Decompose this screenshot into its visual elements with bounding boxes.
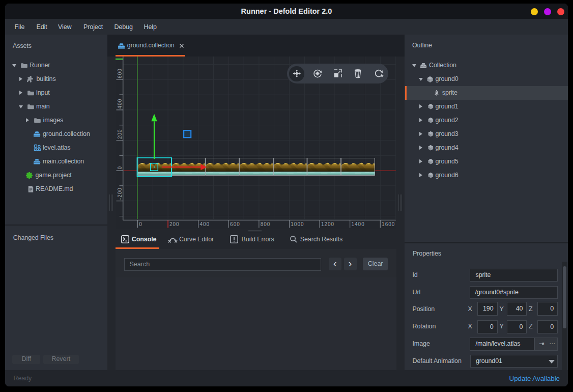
svg-text:200: 200 [169,221,180,227]
svg-text:1400: 1400 [352,221,365,227]
svg-text:800: 800 [261,221,271,227]
svg-text:400: 400 [118,99,123,109]
svg-text:600: 600 [230,221,240,227]
svg-text:200: 200 [118,129,123,139]
svg-text:0: 0 [139,221,143,227]
svg-text:0: 0 [118,166,123,170]
svg-text:1600: 1600 [382,221,395,227]
svg-text:400: 400 [200,221,210,227]
svg-text:600: 600 [118,68,123,78]
svg-text:-200: -200 [118,188,123,200]
svg-text:1000: 1000 [291,221,304,227]
svg-text:1200: 1200 [321,221,334,227]
